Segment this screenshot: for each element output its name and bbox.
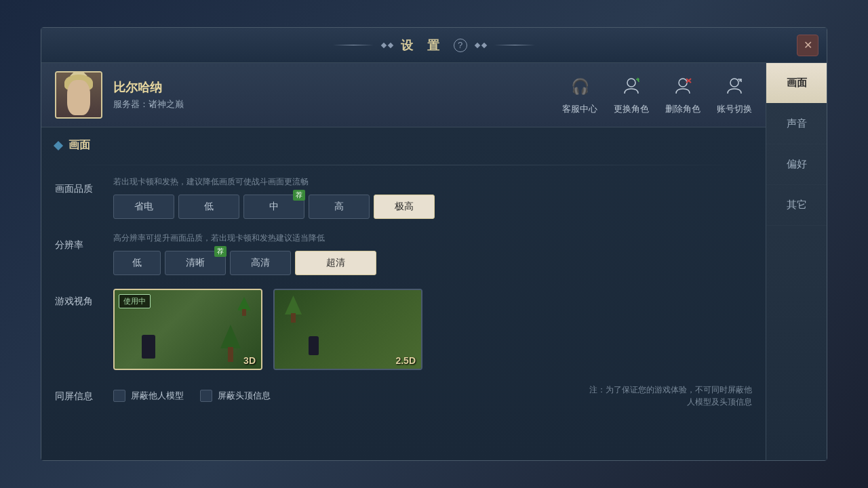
- change-char-icon: [619, 75, 644, 99]
- switch-account-icon: [722, 75, 747, 99]
- resolution-right: 高分辨率可提升画面品质，若出现卡顿和发热建议适当降低 低 清晰 荐 高清: [113, 232, 752, 275]
- view-label: 游戏视角: [55, 289, 102, 308]
- content-panel: 比尔哈纳 服务器：诸神之巅 🎧 客服中心: [41, 63, 766, 460]
- tab-sound[interactable]: 声音: [766, 104, 827, 144]
- resolution-hint: 高分辨率可提升画面品质，若出现卡顿和发热建议适当降低: [113, 232, 752, 244]
- hide-models-checkbox[interactable]: 屏蔽他人模型: [113, 390, 184, 402]
- change-char-label: 更换角色: [614, 103, 649, 115]
- customer-service-label: 客服中心: [562, 103, 597, 115]
- resolution-ultra-hd[interactable]: 超清: [295, 251, 376, 275]
- quality-label: 画面品质: [55, 176, 102, 195]
- tree-decoration-2: [285, 296, 302, 323]
- tab-other[interactable]: 其它: [766, 185, 827, 226]
- title-line: 设 置 ?: [333, 37, 534, 54]
- quality-hint: 若出现卡顿和发热，建议降低画质可使战斗画面更流畅: [113, 176, 752, 188]
- onscreen-right: 屏蔽他人模型 屏蔽头顶信息 注：为了保证您的游戏体验，不可同时屏蔽他人模型及头顶…: [113, 384, 752, 408]
- view-active-label: 使用中: [119, 294, 151, 308]
- title-bar: 设 置 ? ✕: [41, 28, 827, 63]
- tree-trunk: [228, 347, 233, 362]
- res-hd-label: 高清: [251, 257, 270, 268]
- quality-medium[interactable]: 中 荐: [243, 195, 304, 219]
- res-clear-badge: 荐: [214, 246, 226, 257]
- tree-small-top: [237, 297, 251, 310]
- tab-display[interactable]: 画面: [766, 63, 827, 104]
- title-line-left: [333, 45, 374, 45]
- section-title: 画面: [55, 138, 752, 152]
- resolution-clear[interactable]: 清晰 荐: [165, 251, 226, 275]
- hide-heads-label: 屏蔽头顶信息: [218, 390, 271, 402]
- title-line-right: [494, 45, 535, 45]
- quality-right: 若出现卡顿和发热，建议降低画质可使战斗画面更流畅 省电 低 中 荐: [113, 176, 752, 219]
- tree-top: [220, 325, 241, 348]
- quality-ultra[interactable]: 极高: [374, 195, 435, 219]
- view-3d-button[interactable]: 使用中 3D: [113, 289, 262, 370]
- char-silhouette-1: [142, 335, 155, 359]
- resolution-hd[interactable]: 高清: [230, 251, 291, 275]
- headset-icon: 🎧: [568, 75, 592, 99]
- tree-small-trunk: [242, 309, 246, 316]
- view-row: 游戏视角: [55, 289, 752, 370]
- low-label: 低: [204, 201, 214, 211]
- svg-point-4: [730, 79, 738, 87]
- hide-models-box: [113, 390, 125, 402]
- title-dot: [381, 42, 387, 47]
- tab-preference[interactable]: 偏好: [766, 144, 827, 185]
- svg-point-0: [627, 79, 635, 87]
- resolution-label: 分辨率: [55, 232, 102, 251]
- title-dot: [388, 42, 393, 47]
- tree-decoration: [220, 325, 241, 362]
- power-save-label: 省电: [134, 201, 153, 211]
- help-button[interactable]: ?: [454, 39, 467, 52]
- view-2-5d-button[interactable]: 2.5D: [273, 289, 422, 370]
- avatar: [55, 71, 102, 119]
- ultra-label: 极高: [395, 201, 414, 211]
- delete-char-label: 删除角色: [665, 103, 701, 115]
- high-label: 高: [334, 201, 344, 211]
- quality-power-save[interactable]: 省电: [113, 195, 174, 219]
- change-character-button[interactable]: 更换角色: [614, 75, 649, 115]
- delete-char-icon: [671, 75, 695, 99]
- title-dots-right: [475, 43, 486, 47]
- tab-display-label: 画面: [787, 77, 807, 88]
- res-low-label: 低: [132, 257, 142, 268]
- char-skin: [67, 80, 90, 115]
- quality-buttons: 省电 低 中 荐 高: [113, 195, 752, 219]
- section-label: 画面: [68, 138, 90, 152]
- switch-account-button[interactable]: 账号切换: [717, 75, 752, 115]
- main-area: 比尔哈纳 服务器：诸神之巅 🎧 客服中心: [41, 63, 827, 460]
- section-divider: [55, 165, 752, 165]
- profile-bar: 比尔哈纳 服务器：诸神之巅 🎧 客服中心: [41, 63, 766, 127]
- tree-top-2: [285, 296, 302, 314]
- onscreen-label: 同屏信息: [55, 384, 102, 403]
- settings-content: 画面 画面品质 若出现卡顿和发热，建议降低画质可使战斗画面更流畅 省电 低: [41, 127, 766, 460]
- resolution-buttons: 低 清晰 荐 高清 超清: [113, 251, 752, 275]
- res-clear-label: 清晰: [186, 257, 205, 268]
- onscreen-note: 注：为了保证您的游戏体验，不可同时屏蔽他人模型及头顶信息: [583, 384, 752, 408]
- hide-heads-checkbox[interactable]: 屏蔽头顶信息: [200, 390, 271, 402]
- section-diamond-icon: [54, 140, 63, 150]
- svg-point-1: [679, 79, 687, 87]
- char-silhouette-2: [309, 336, 319, 355]
- modal-title: 设 置: [401, 37, 445, 54]
- delete-character-button[interactable]: 删除角色: [665, 75, 701, 115]
- tree-trunk-2: [291, 313, 296, 323]
- tab-sound-label: 声音: [787, 117, 807, 129]
- switch-account-label: 账号切换: [717, 103, 752, 115]
- quality-row: 画面品质 若出现卡顿和发热，建议降低画质可使战斗画面更流畅 省电 低 中: [55, 176, 752, 219]
- resolution-low[interactable]: 低: [113, 251, 161, 275]
- customer-service-button[interactable]: 🎧 客服中心: [562, 75, 597, 115]
- view-options: 使用中 3D: [113, 289, 752, 370]
- tab-preference-label: 偏好: [787, 158, 807, 169]
- quality-high[interactable]: 高: [309, 195, 370, 219]
- hide-heads-box: [200, 390, 212, 402]
- sidebar-tabs: 画面 声音 偏好 其它: [766, 63, 827, 460]
- title-dots-left: [382, 43, 393, 47]
- checkbox-row: 屏蔽他人模型 屏蔽头顶信息 注：为了保证您的游戏体验，不可同时屏蔽他人模型及头顶…: [113, 384, 752, 408]
- close-button[interactable]: ✕: [797, 35, 818, 56]
- tree-small: [237, 297, 251, 316]
- profile-name: 比尔哈纳: [113, 79, 184, 96]
- medium-label: 中: [269, 201, 279, 211]
- title-dot: [474, 42, 479, 47]
- quality-low[interactable]: 低: [178, 195, 239, 219]
- view-right: 使用中 3D: [113, 289, 752, 370]
